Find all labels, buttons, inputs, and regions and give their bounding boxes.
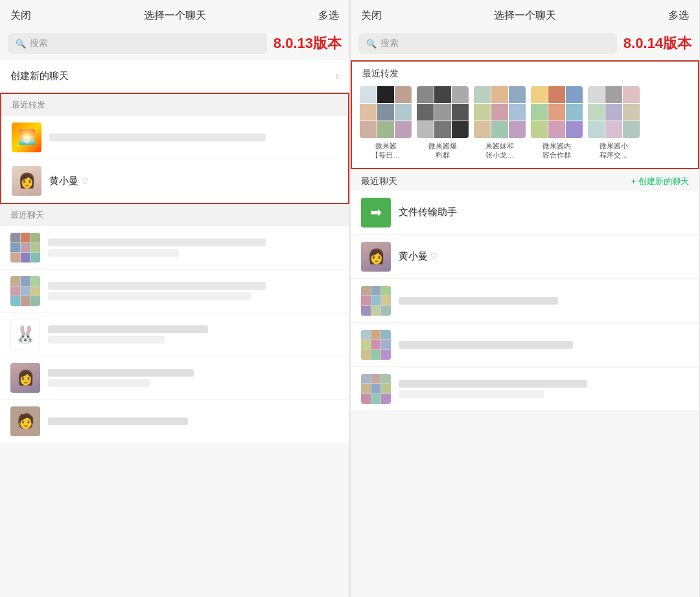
right-forward-label-2: 果酱妹和张小龙… (485, 141, 514, 160)
right-chat-avatar-file: ➡ (361, 198, 391, 228)
right-forward-label-0: 微果酱【每日… (371, 141, 400, 160)
left-chat-avatar-2: 🐰 (10, 320, 40, 349)
left-recent-forward-header: 最近转发 (1, 94, 348, 116)
right-recent-forward-label: 最近转发 (362, 68, 399, 78)
left-header: 关闭 选择一个聊天 多选 (0, 0, 349, 29)
left-chat-info-4 (48, 417, 339, 425)
right-chat-item-girl[interactable]: 👩 黄小曼 ♡ (351, 235, 699, 279)
right-chat-info-grid1 (399, 297, 689, 305)
left-chat-item-1[interactable] (0, 270, 349, 313)
left-chat-item-4[interactable]: 🧑 (0, 400, 349, 443)
left-chat-name-1 (48, 282, 266, 290)
right-close-btn[interactable]: 关闭 (361, 9, 382, 23)
right-create-chat-link[interactable]: + 创建新的聊天 (631, 176, 689, 187)
right-chat-item-file[interactable]: ➡ 文件传输助手 (351, 191, 699, 235)
right-forward-avatar-1 (417, 86, 469, 138)
left-header-title: 选择一个聊天 (144, 9, 206, 23)
left-forward-info-1: 黄小曼 ♡ (49, 175, 338, 187)
left-forward-avatar-1: 👩 (12, 166, 41, 196)
left-chat-info-1 (48, 282, 339, 300)
left-chat-avatar-4: 🧑 (10, 406, 40, 436)
left-chat-item-0[interactable] (0, 226, 349, 270)
right-forward-label-3: 微果酱内容合作群 (542, 141, 571, 160)
right-header-title: 选择一个聊天 (494, 9, 556, 23)
right-forward-item-1[interactable]: 微果酱爆料群 (417, 86, 469, 160)
right-chat-info-girl: 黄小曼 ♡ (399, 250, 689, 263)
left-chat-name-0 (48, 239, 266, 246)
right-header: 关闭 选择一个聊天 多选 (351, 0, 699, 29)
right-search-input-wrap[interactable]: 🔍 搜索 (358, 33, 617, 54)
right-forward-avatar-3 (531, 86, 583, 138)
left-chat-item-3[interactable]: 👩 (0, 357, 349, 400)
right-recent-forward-header: 最近转发 (352, 62, 698, 84)
right-chat-avatar-girl: 👩 (361, 242, 391, 272)
right-chat-avatar-grid2 (361, 330, 391, 360)
right-forward-label-4: 微果酱小程序交… (600, 141, 628, 160)
left-chat-preview-3 (48, 379, 150, 387)
left-search-input-wrap[interactable]: 🔍 搜索 (8, 33, 267, 54)
left-chat-name-3 (48, 369, 194, 377)
right-recent-chat-title: 最近聊天 (361, 176, 397, 187)
left-heart-icon-1: ♡ (81, 176, 89, 186)
right-chat-preview-grid3 (399, 390, 544, 398)
right-forward-item-2[interactable]: 果酱妹和张小龙… (474, 86, 526, 160)
left-panel: 关闭 选择一个聊天 多选 🔍 搜索 8.0.13版本 创建新的聊天 › 最近转发… (0, 0, 350, 597)
left-forward-item-1[interactable]: 👩 黄小曼 ♡ (1, 159, 348, 203)
left-chat-info-2 (48, 325, 339, 344)
left-create-chat-row[interactable]: 创建新的聊天 › (0, 60, 349, 93)
left-forward-name-bar-0 (49, 134, 266, 141)
right-recent-chat-header: 最近聊天 + 创建新的聊天 (351, 169, 699, 191)
left-chat-preview-2 (48, 336, 165, 344)
right-forward-item-3[interactable]: 微果酱内容合作群 (531, 86, 583, 160)
left-version-label: 8.0.13版本 (274, 34, 342, 53)
file-transfer-icon: ➡ (370, 204, 382, 221)
right-search-placeholder: 搜索 (380, 38, 399, 49)
right-chat-item-grid2[interactable] (351, 323, 699, 367)
right-panel: 关闭 选择一个聊天 多选 🔍 搜索 8.0.14版本 最近转发 (350, 0, 700, 597)
left-create-chat-chevron: › (335, 69, 339, 83)
left-chat-item-2[interactable]: 🐰 (0, 313, 349, 357)
left-recent-chat-label: 最近聊天 (0, 204, 349, 226)
left-chat-preview-1 (48, 292, 251, 300)
left-forward-name-1: 黄小曼 ♡ (49, 175, 338, 187)
left-search-placeholder: 搜索 (30, 38, 48, 49)
right-version-label: 8.0.14版本 (624, 34, 692, 53)
right-chat-name-file: 文件传输助手 (399, 206, 689, 218)
right-chat-info-file: 文件传输助手 (399, 206, 689, 218)
right-forward-avatar-2 (474, 86, 526, 138)
left-close-btn[interactable]: 关闭 (10, 9, 31, 23)
right-chat-item-grid3[interactable] (351, 368, 699, 411)
right-search-bar: 🔍 搜索 8.0.14版本 (351, 29, 699, 60)
left-chat-avatar-1 (10, 276, 40, 306)
left-chat-avatar-0 (10, 233, 40, 263)
left-chat-info-3 (48, 369, 339, 387)
left-chat-info-0 (48, 239, 339, 257)
left-forward-avatar-0: 🌅 (12, 123, 41, 152)
left-search-bar: 🔍 搜索 8.0.13版本 (0, 29, 349, 60)
left-forward-info-0 (49, 134, 338, 141)
right-search-icon: 🔍 (366, 39, 377, 49)
right-heart-icon: ♡ (430, 252, 438, 261)
right-chat-avatar-grid1 (361, 286, 391, 316)
right-forward-avatar-0 (360, 86, 412, 138)
right-forward-label-1: 微果酱爆料群 (428, 141, 457, 160)
right-multiselect-btn[interactable]: 多选 (668, 9, 689, 23)
right-forward-grid: 微果酱【每日… 微果酱爆料 (352, 84, 698, 168)
left-create-chat-label: 创建新的聊天 (10, 70, 69, 82)
right-chat-info-grid3 (399, 380, 689, 398)
right-chat-avatar-grid3 (361, 374, 391, 404)
left-chat-name-2 (48, 325, 208, 333)
left-chat-avatar-3: 👩 (10, 363, 40, 393)
right-forward-item-0[interactable]: 微果酱【每日… (360, 86, 412, 160)
left-chat-preview-0 (48, 249, 179, 257)
left-multiselect-btn[interactable]: 多选 (318, 9, 339, 23)
left-search-icon: 🔍 (16, 39, 26, 49)
right-chat-name-girl: 黄小曼 ♡ (399, 250, 689, 263)
right-recent-forward-box: 最近转发 微果酱【 (351, 60, 699, 169)
right-chat-info-grid2 (399, 341, 689, 349)
left-forward-item-0[interactable]: 🌅 (1, 116, 348, 159)
right-forward-item-4[interactable]: 微果酱小程序交… (588, 86, 640, 160)
left-recent-forward-box: 最近转发 🌅 👩 黄小曼 ♡ (0, 93, 349, 204)
right-chat-item-grid1[interactable] (351, 279, 699, 323)
right-forward-avatar-4 (588, 86, 640, 138)
